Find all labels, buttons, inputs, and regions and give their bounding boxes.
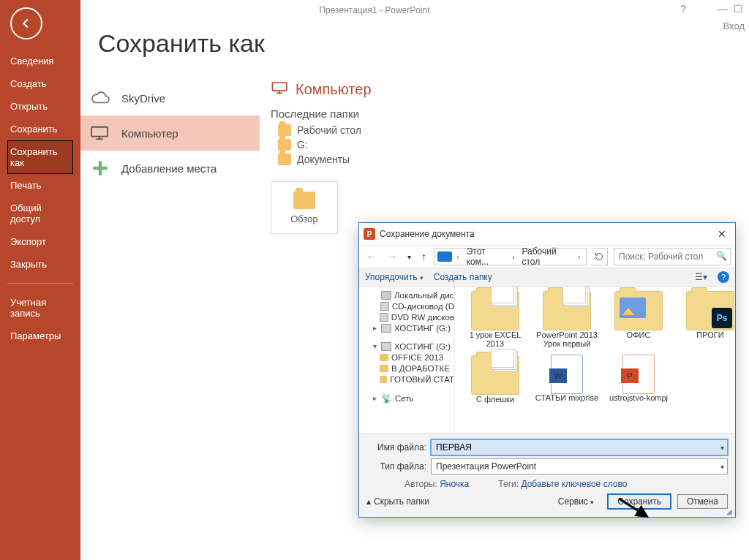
page-title: Сохранить как xyxy=(98,29,734,58)
dialog-footer: Имя файла: ▾ Тип файла: Презентация Powe… xyxy=(359,433,735,517)
file-item[interactable]: 1 урок EXCEL 2013 xyxy=(462,291,528,348)
filename-label: Имя файла: xyxy=(366,442,426,453)
folder-open-icon xyxy=(293,192,315,209)
help-icon[interactable]: ? xyxy=(680,3,686,15)
place-skydrive[interactable]: SkyDrive xyxy=(80,80,260,116)
svg-rect-4 xyxy=(93,167,108,170)
sidebar-nav: Сведения Создать Открыть Сохранить Сохра… xyxy=(0,50,80,347)
place-label: SkyDrive xyxy=(121,92,165,105)
file-item[interactable]: Pustrojstvo-kompj xyxy=(606,355,671,404)
file-pane[interactable]: 1 урок EXCEL 2013 PowerPoint 2013 Урок п… xyxy=(455,287,735,433)
folder-icon xyxy=(278,139,291,151)
folder-icon xyxy=(278,154,291,165)
tags-group: Теги: Добавьте ключевое слово xyxy=(498,479,627,489)
recent-folder[interactable]: G: xyxy=(278,139,749,151)
titlebar: Презентация1 - PowerPoint ? — ☐ xyxy=(0,0,749,20)
recent-folder[interactable]: Документы xyxy=(278,154,749,165)
close-button[interactable]: ✕ xyxy=(713,228,731,240)
place-label: Компьютер xyxy=(121,127,178,140)
right-heading: Компьютер xyxy=(271,80,749,99)
plus-icon xyxy=(89,159,111,177)
filename-input[interactable] xyxy=(434,442,718,453)
sidebar-divider xyxy=(7,283,73,284)
app-root: Презентация1 - PowerPoint ? — ☐ Вход Све… xyxy=(0,0,749,560)
tools-button[interactable]: Сервис ▾ xyxy=(551,495,601,508)
nav-account[interactable]: Учетная запись xyxy=(7,291,73,325)
recent-folder[interactable]: Рабочий стол xyxy=(278,124,749,136)
place-computer[interactable]: Компьютер xyxy=(80,116,260,151)
dialog-nav: ← → ▾ ↑ › Этот ком... › Рабочий стол › xyxy=(359,246,735,268)
restore-button[interactable]: ☐ xyxy=(734,3,743,15)
svg-rect-0 xyxy=(91,127,108,137)
nav-print[interactable]: Печать xyxy=(7,174,73,197)
place-label: Добавление места xyxy=(121,162,217,175)
view-button[interactable]: ☰▾ xyxy=(695,272,707,282)
chevron-up-icon: ▴ xyxy=(366,496,371,507)
hide-folders-button[interactable]: ▴Скрыть папки xyxy=(366,496,429,507)
recent-label: Последние папки xyxy=(271,107,749,120)
minimize-button[interactable]: — xyxy=(718,3,728,15)
nav-new[interactable]: Создать xyxy=(7,72,73,95)
authors-group: Авторы: Яночка xyxy=(404,479,469,489)
nav-save[interactable]: Сохранить xyxy=(7,118,73,140)
organize-button[interactable]: Упорядочить ▾ xyxy=(365,272,424,282)
nav-back-button[interactable]: ← xyxy=(364,249,380,264)
new-folder-button[interactable]: Создать папку xyxy=(434,272,492,282)
nav-forward-button: → xyxy=(384,249,400,264)
file-item[interactable]: PsПРОГИ xyxy=(677,291,735,348)
nav-info[interactable]: Сведения xyxy=(7,50,73,72)
resize-grip[interactable]: ◢ xyxy=(726,507,732,515)
dialog-body: Локальный дис CD-дисковод (D DVD RW диск… xyxy=(359,287,735,433)
window-controls: — ☐ xyxy=(718,3,743,15)
file-item[interactable]: С флешки xyxy=(462,355,528,404)
nav-open[interactable]: Открыть xyxy=(7,95,73,118)
file-item[interactable]: PowerPoint 2013 Урок первый xyxy=(534,291,600,348)
cloud-icon xyxy=(89,89,111,107)
dialog-title: Сохранение документа xyxy=(380,229,475,239)
svg-rect-5 xyxy=(272,83,287,91)
back-button[interactable] xyxy=(10,7,42,39)
refresh-button[interactable] xyxy=(591,248,608,265)
filetype-label: Тип файла: xyxy=(366,461,426,472)
backstage-sidebar: Сведения Создать Открыть Сохранить Сохра… xyxy=(0,0,80,560)
search-input[interactable] xyxy=(617,251,727,262)
right-column: Компьютер Последние папки Рабочий стол G… xyxy=(271,80,749,234)
file-item[interactable]: ОФИС xyxy=(606,291,671,348)
breadcrumb[interactable]: › Этот ком... › Рабочий стол › xyxy=(434,248,587,265)
window-title: Презентация1 - PowerPoint xyxy=(319,5,429,15)
places-column: SkyDrive Компьютер Добавление места xyxy=(80,80,260,186)
monitor-icon xyxy=(271,80,290,99)
browse-button[interactable]: Обзор xyxy=(271,181,338,234)
authors-link[interactable]: Яночка xyxy=(440,479,469,489)
nav-close[interactable]: Закрыть xyxy=(7,253,73,276)
tags-link[interactable]: Добавьте ключевое слово xyxy=(521,479,627,489)
nav-save-as[interactable]: Сохранить как xyxy=(7,140,73,174)
nav-share[interactable]: Общий доступ xyxy=(7,197,73,230)
cancel-button[interactable]: Отмена xyxy=(677,494,728,509)
nav-options[interactable]: Параметры xyxy=(7,325,73,347)
save-button[interactable]: Сохранить xyxy=(607,493,671,510)
nav-tree[interactable]: Локальный дис CD-дисковод (D DVD RW диск… xyxy=(359,287,455,433)
dialog-titlebar: P Сохранение документа ✕ xyxy=(359,223,735,246)
filename-field[interactable]: ▾ xyxy=(431,439,728,455)
nav-up-button[interactable]: ↑ xyxy=(418,249,429,264)
search-icon[interactable]: 🔍 xyxy=(716,251,727,261)
nav-recent-button[interactable]: ▾ xyxy=(404,251,414,262)
save-dialog: P Сохранение документа ✕ ← → ▾ ↑ › Этот … xyxy=(358,222,734,521)
chevron-down-icon[interactable]: ▾ xyxy=(720,444,724,452)
dialog-toolbar: Упорядочить ▾ Создать папку ☰▾ ? xyxy=(359,268,735,287)
folder-icon xyxy=(278,124,291,136)
powerpoint-icon: P xyxy=(364,228,375,240)
filetype-field[interactable]: Презентация PowerPoint ▾ xyxy=(431,458,728,474)
chevron-down-icon[interactable]: ▾ xyxy=(720,463,724,471)
place-add[interactable]: Добавление места xyxy=(80,151,260,186)
search-box[interactable]: 🔍 xyxy=(614,248,731,265)
pc-icon xyxy=(437,251,452,262)
monitor-icon xyxy=(89,124,111,142)
nav-export[interactable]: Экспорт xyxy=(7,230,73,253)
file-item[interactable]: WСТАТЬИ mixprise xyxy=(534,355,600,404)
help-icon[interactable]: ? xyxy=(718,271,729,283)
